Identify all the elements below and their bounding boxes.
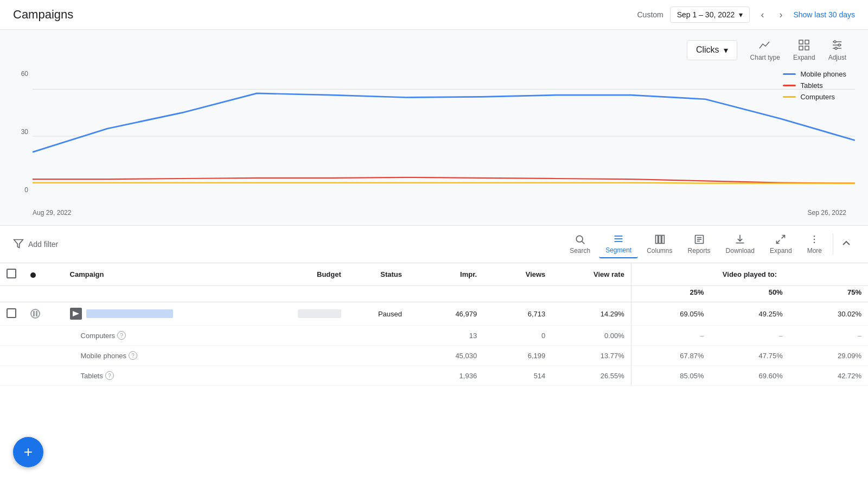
svg-line-28 (777, 240, 780, 244)
expand-chart-button[interactable]: Expand (793, 39, 815, 61)
seg-tab-status-cell2 (348, 366, 409, 386)
pause-status-icon (30, 309, 40, 319)
chart-type-icon (758, 39, 771, 52)
toolbar: Add filter Search Segment Columns (0, 226, 868, 263)
download-button[interactable]: Download (719, 231, 761, 258)
pct-75-label: 75% (847, 288, 861, 296)
seg-mob-status-cell2 (348, 346, 409, 366)
legend-tablets-label: Tablets (800, 81, 822, 90)
legend-mobile-phones-line (783, 73, 796, 75)
mobile-label: Mobile phones (81, 352, 127, 360)
svg-marker-34 (73, 311, 79, 316)
expand-table-button[interactable]: Expand (763, 231, 799, 258)
toolbar-actions: Search Segment Columns (563, 230, 855, 258)
select-all-checkbox[interactable] (7, 269, 16, 278)
status-indicator (30, 272, 36, 278)
view-rate-column-header[interactable]: View rate (552, 263, 631, 286)
search-button[interactable]: Search (563, 231, 597, 258)
row-status-cell: Paused (348, 302, 409, 326)
segment-button[interactable]: Segment (599, 230, 638, 258)
filter-icon (13, 238, 24, 251)
columns-button[interactable]: Columns (640, 231, 679, 258)
row-impr-value: 46,979 (455, 310, 477, 318)
svg-rect-21 (662, 236, 664, 244)
seg-mob-view-rate: 13.77% (601, 352, 624, 360)
status-header-label: Status (380, 270, 402, 278)
legend-computers-line (783, 96, 796, 98)
seg-comp-view-rate-cell: 0.00% (552, 326, 631, 346)
reports-button[interactable]: Reports (681, 231, 717, 258)
seg-mob-impr-cell: 45,030 (409, 346, 483, 366)
seg-tab-pct25-cell: 85.05% (631, 366, 710, 386)
metric-dropdown[interactable]: Clicks ▾ (687, 40, 737, 60)
svg-rect-3 (805, 46, 809, 50)
tablets-help-icon[interactable]: ? (105, 371, 114, 380)
seg-tab-views: 514 (534, 372, 546, 380)
segment-mobile-row: Mobile phones ? 45,030 6,199 13.77% 67.8… (0, 346, 868, 366)
more-button[interactable]: More (801, 231, 828, 258)
empty-subheader (0, 286, 631, 302)
toolbar-divider (833, 233, 833, 255)
seg-comp-impr-cell: 13 (409, 326, 483, 346)
status-col-header[interactable]: Status (348, 263, 409, 286)
campaign-column-header[interactable]: Campaign (63, 263, 255, 286)
segment-icon (613, 233, 624, 244)
row-pct75-value: 30.02% (838, 310, 861, 318)
svg-point-7 (834, 41, 836, 43)
add-filter-label[interactable]: Add filter (28, 240, 58, 249)
seg-comp-pct50-cell: – (710, 326, 789, 346)
more-label: More (807, 247, 822, 255)
x-label-end: Sep 26, 2022 (808, 209, 846, 217)
adjust-chart-button[interactable]: Adjust (828, 39, 846, 61)
row-view-rate-cell: 14.29% (552, 302, 631, 326)
row-impr-cell: 46,979 (409, 302, 483, 326)
show-last-30-button[interactable]: Show last 30 days (793, 10, 855, 19)
table-header-row: Campaign Budget Status Impr. Views View … (0, 263, 868, 286)
computers-label: Computers (81, 332, 116, 340)
row-checkbox[interactable] (7, 308, 16, 318)
svg-marker-13 (14, 239, 23, 247)
seg-mob-pct25-cell: 67.87% (631, 346, 710, 366)
date-picker[interactable]: Sep 1 – 30, 2022 ▾ (670, 7, 750, 23)
computers-help-icon[interactable]: ? (117, 331, 126, 340)
row-pct50-cell: 49.25% (710, 302, 789, 326)
seg-mob-view-rate-cell: 13.77% (552, 346, 631, 366)
row-pause-cell (24, 302, 63, 326)
seg-comp-status-cell (24, 326, 63, 346)
custom-label: Custom (637, 10, 663, 19)
pct-25-header[interactable]: 25% (631, 286, 710, 302)
segment-mobile-label: Mobile phones ? (81, 351, 248, 360)
row-pct25-cell: 69.05% (631, 302, 710, 326)
seg-tab-pct50-cell: 69.60% (710, 366, 789, 386)
row-pct25-value: 69.05% (680, 310, 704, 318)
seg-tab-budget-cell (254, 366, 347, 386)
chart-container: Mobile phones Tablets Computers (33, 66, 855, 207)
pct-75-header[interactable]: 75% (789, 286, 868, 302)
impr-column-header[interactable]: Impr. (409, 263, 483, 286)
prev-date-button[interactable]: ‹ (756, 7, 768, 23)
table-row: Paused 46,979 6,713 14.29% 69.05% 49.25% (0, 302, 868, 326)
row-view-rate-value: 14.29% (601, 310, 624, 318)
svg-rect-32 (33, 311, 35, 316)
campaign-name-redacted (86, 309, 173, 318)
legend-tablets: Tablets (783, 81, 846, 90)
mobile-help-icon[interactable]: ? (129, 351, 137, 360)
seg-mob-pct50-cell: 47.75% (710, 346, 789, 366)
views-column-header[interactable]: Views (483, 263, 552, 286)
seg-mob-pct75-cell: 29.09% (789, 346, 868, 366)
chart-controls: Clicks ▾ Chart type Expand (0, 39, 855, 61)
chart-type-button[interactable]: Chart type (750, 39, 780, 61)
expand-chart-label: Expand (793, 54, 815, 61)
pct-50-header[interactable]: 50% (710, 286, 789, 302)
seg-tab-checkbox-cell (0, 366, 24, 386)
impr-header-label: Impr. (460, 270, 477, 278)
next-date-button[interactable]: › (775, 7, 787, 23)
seg-tab-view-rate-cell: 26.55% (552, 366, 631, 386)
budget-column-header[interactable]: Budget (254, 263, 347, 286)
y-label-60: 60 (13, 70, 28, 78)
collapse-chart-button[interactable] (838, 234, 855, 255)
segment-tablets-label: Tablets ? (81, 371, 248, 380)
seg-comp-view-rate: 0.00% (604, 332, 624, 340)
seg-tab-pct75: 42.72% (838, 372, 861, 380)
svg-rect-2 (799, 46, 803, 50)
